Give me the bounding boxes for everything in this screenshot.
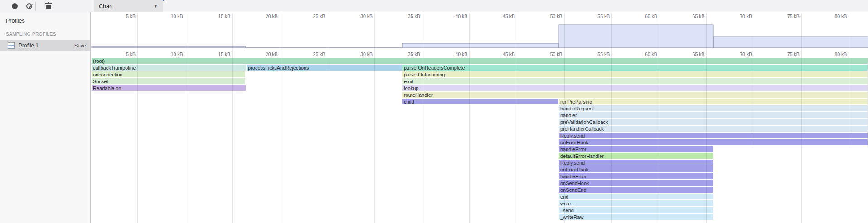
tick-label-75kB: 75 kB: [768, 52, 800, 57]
flame-block-emit[interactable]: emit: [402, 78, 868, 84]
clear-button[interactable]: [24, 1, 34, 11]
flame-block-routeHandler[interactable]: routeHandler: [402, 92, 868, 98]
tick-label-45kB: 45 kB: [483, 52, 515, 57]
flame-block-Reply.send[interactable]: Reply.send: [559, 160, 713, 166]
clear-icon: [26, 3, 32, 9]
flame-block-label: parserOnHeadersComplete: [404, 65, 465, 71]
tick-label-30kB: 30 kB: [341, 52, 373, 57]
flame-block-onErrorHook[interactable]: onErrorHook: [559, 166, 713, 172]
flame-block-_send[interactable]: _send: [559, 207, 713, 213]
tick-label-55kB: 55 kB: [578, 52, 610, 57]
flame-block-processTicksAndRejections[interactable]: processTicksAndRejections: [247, 65, 402, 71]
flame-block-runPreParsing[interactable]: runPreParsing: [559, 99, 868, 104]
tick-label-80kB: 80 kB: [815, 52, 847, 57]
view-mode-dropdown[interactable]: Chart ▼: [94, 0, 163, 12]
flame-block-label: lookup: [404, 85, 418, 91]
flame-block-label: runPreParsing: [560, 99, 592, 104]
flame-block-root[interactable]: (root): [92, 58, 868, 64]
gridline-55kB: [611, 13, 612, 223]
flame-block-Reply.send[interactable]: Reply.send: [559, 133, 868, 138]
flame-block-handleError[interactable]: handleError: [559, 173, 713, 179]
flame-block-label: child: [404, 99, 414, 104]
tick-label-75kB: 75 kB: [768, 14, 800, 19]
tick-label-70kB: 70 kB: [720, 52, 752, 57]
flame-block-onSendEnd[interactable]: onSendEnd: [559, 187, 713, 193]
tick-label-25kB: 25 kB: [293, 52, 325, 57]
flame-block-label: onconnection: [93, 72, 122, 77]
flame-block-_writeRaw[interactable]: _writeRaw: [559, 214, 713, 220]
tick-label-80kB: 80 kB: [815, 14, 847, 19]
flame-chart-pane: 5 kB10 kB15 kB20 kB25 kB30 kB35 kB40 kB4…: [91, 12, 868, 223]
gridline-45kB: [517, 13, 517, 223]
tick-label-5kB: 5 kB: [104, 52, 136, 57]
sidebar: Profiles SAMPLING PROFILES Profile 1 Sav…: [0, 12, 91, 223]
tick-label-65kB: 65 kB: [673, 14, 704, 19]
tick-label-50kB: 50 kB: [531, 14, 563, 19]
sidebar-title: Profiles: [6, 18, 25, 24]
flame-block-lookup[interactable]: lookup: [402, 85, 868, 91]
record-button[interactable]: [10, 1, 19, 11]
gridline-15kB: [232, 13, 233, 223]
gridline-30kB: [374, 13, 375, 223]
ruler-top: 5 kB10 kB15 kB20 kB25 kB30 kB35 kB40 kB4…: [91, 12, 868, 19]
flame-block-Readable.on[interactable]: Readable.on: [92, 85, 246, 91]
flame-block-label: write_: [560, 201, 573, 206]
tick-label-30kB: 30 kB: [341, 14, 373, 19]
flame-block-child[interactable]: child: [402, 99, 558, 104]
gridline-60kB: [659, 13, 659, 223]
ruler-flame: 5 kB10 kB15 kB20 kB25 kB30 kB35 kB40 kB4…: [91, 49, 868, 58]
flame-block-preValidationCallback[interactable]: preValidationCallback: [559, 119, 868, 125]
flame-block-label: routeHandler: [404, 92, 433, 98]
flame-block-label: parserOnIncoming: [404, 72, 445, 77]
flame-block-callbackTrampoline[interactable]: callbackTrampoline: [92, 65, 246, 71]
tick-label-10kB: 10 kB: [151, 14, 183, 19]
flame-block-preHandlerCallback[interactable]: preHandlerCallback: [559, 126, 868, 132]
gridline-5kB: [137, 13, 138, 223]
delete-button[interactable]: [44, 1, 53, 11]
tick-label-60kB: 60 kB: [626, 52, 657, 57]
gridline-25kB: [327, 13, 327, 223]
flame-block-label: (root): [93, 58, 105, 64]
gridline-65kB: [706, 13, 707, 223]
gridline-70kB: [754, 13, 754, 223]
flame-block-onSendHook[interactable]: onSendHook: [559, 180, 713, 186]
view-mode-label: Chart: [99, 3, 113, 9]
sidebar-section-label: SAMPLING PROFILES: [6, 32, 56, 37]
flame-block-Socket[interactable]: Socket: [92, 78, 245, 84]
chevron-down-icon: ▼: [154, 4, 158, 9]
tick-label-10kB: 10 kB: [151, 52, 183, 57]
flame-graph: (root)callbackTrampolineprocessTicksAndR…: [91, 58, 868, 223]
flame-block-end[interactable]: end: [559, 194, 713, 199]
flame-block-label: preHandlerCallback: [560, 126, 604, 132]
flame-block-label: Readable.on: [93, 85, 121, 91]
flame-block-handleError[interactable]: handleError: [559, 146, 713, 152]
toolbar-divider: [91, 0, 91, 12]
tick-label-65kB: 65 kB: [673, 52, 704, 57]
gridline-50kB: [564, 13, 565, 223]
tick-label-15kB: 15 kB: [199, 52, 230, 57]
flame-block-parserOnHeadersComplete[interactable]: parserOnHeadersComplete: [402, 65, 868, 71]
flame-block-onErrorHook[interactable]: onErrorHook: [559, 139, 868, 145]
sidebar-item-profile-1[interactable]: Profile 1 Save: [0, 40, 90, 51]
profile-name: Profile 1: [19, 43, 39, 49]
memory-overview-area: [92, 25, 868, 48]
tick-label-25kB: 25 kB: [293, 14, 325, 19]
overview-minimap[interactable]: [91, 19, 868, 49]
tick-label-45kB: 45 kB: [483, 14, 515, 19]
flame-block-onconnection[interactable]: onconnection: [92, 71, 245, 77]
flame-block-defaultErrorHandler[interactable]: defaultErrorHandler: [559, 153, 713, 159]
tick-label-55kB: 55 kB: [578, 14, 610, 19]
tick-label-20kB: 20 kB: [246, 52, 278, 57]
trash-icon: [46, 3, 51, 9]
gridline-10kB: [185, 13, 185, 223]
save-link[interactable]: Save: [74, 43, 86, 48]
profile-table-icon: [8, 42, 15, 49]
tick-label-50kB: 50 kB: [531, 52, 563, 57]
flame-block-handler[interactable]: handler: [559, 112, 868, 118]
flame-block-parserOnIncoming[interactable]: parserOnIncoming: [402, 71, 868, 77]
tick-label-70kB: 70 kB: [720, 14, 752, 19]
flame-block-handleRequest[interactable]: handleRequest: [559, 105, 868, 111]
flame-block-write_[interactable]: write_: [559, 200, 713, 206]
flame-block-label: callbackTrampoline: [93, 65, 136, 71]
toolbar-separator: [35, 2, 36, 10]
